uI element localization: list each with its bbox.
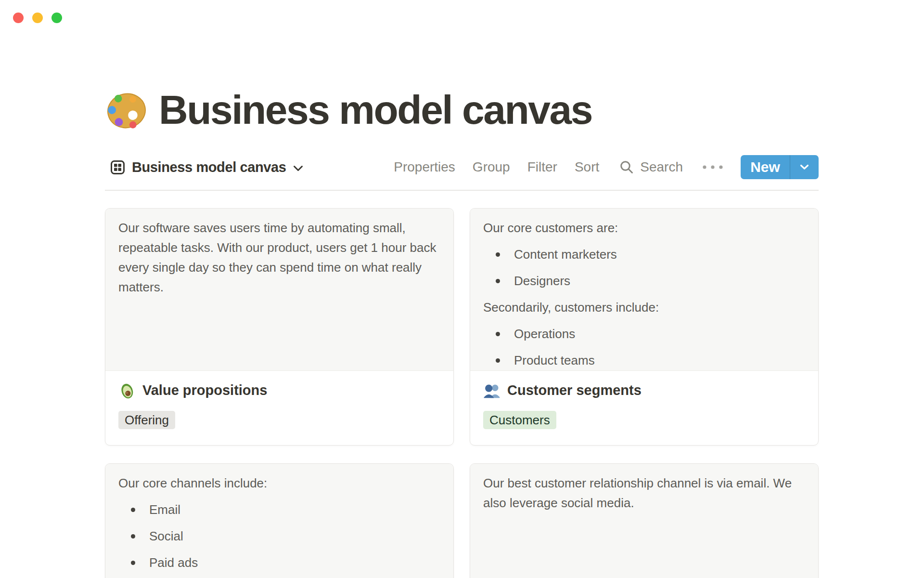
sort-button[interactable]: Sort: [575, 159, 599, 175]
search-icon: [619, 160, 634, 174]
card-preview: Our best customer relationship channel i…: [470, 464, 818, 578]
card-customer-relationships[interactable]: Our best customer relationship channel i…: [470, 463, 819, 578]
new-dropdown-button[interactable]: [790, 155, 819, 179]
preview-paragraph: Our software saves users time by automat…: [118, 218, 440, 297]
card-title-row: Value propositions: [118, 381, 440, 399]
card-title-row: Customer segments: [483, 381, 805, 399]
page-title[interactable]: Business model canvas: [159, 88, 592, 132]
toolbar-actions: Properties Group Filter Sort Search: [394, 155, 819, 179]
preview-paragraph: Our core customers are:: [483, 218, 805, 238]
view-selector[interactable]: Business model canvas: [111, 159, 303, 175]
bullet-list-item: Content marketers: [483, 245, 805, 264]
busts-emoji-icon: [483, 382, 500, 399]
page-header: Business model canvas: [105, 88, 592, 132]
page-content: Business model canvas Business model can…: [105, 0, 819, 578]
card-preview: Our core customers are: Content marketer…: [470, 209, 818, 371]
gallery-grid: Our software saves users time by automat…: [105, 208, 819, 578]
bullet-list-item: Product teams: [483, 351, 805, 370]
tag-customers: Customers: [483, 411, 556, 429]
chevron-down-icon: [293, 163, 303, 171]
gallery-view-icon: [111, 160, 125, 174]
view-name: Business model canvas: [132, 159, 286, 175]
minimize-window-button[interactable]: [32, 13, 43, 23]
card-customer-segments[interactable]: Our core customers are: Content marketer…: [470, 208, 819, 446]
bullet-list-item: Operations: [483, 324, 805, 344]
card-title: Customer segments: [507, 381, 642, 399]
card-preview: Our core channels include: Email Social …: [105, 464, 453, 578]
bullet-list-item: Social: [118, 526, 440, 546]
card-body: Customer segments Customers: [470, 371, 818, 429]
bullet-list-item: Email: [118, 500, 440, 520]
bullet-list-item: Designers: [483, 271, 805, 291]
tag-offering: Offering: [118, 411, 175, 429]
ellipsis-icon: [702, 165, 723, 170]
zoom-window-button[interactable]: [51, 13, 62, 23]
group-button[interactable]: Group: [473, 159, 510, 175]
more-options-button[interactable]: [702, 165, 723, 170]
preview-paragraph: Our core channels include:: [118, 473, 440, 493]
palette-emoji-icon[interactable]: [105, 88, 148, 131]
card-channels[interactable]: Our core channels include: Email Social …: [105, 463, 454, 578]
properties-button[interactable]: Properties: [394, 159, 455, 175]
preview-paragraph: Secondarily, customers include:: [483, 298, 805, 317]
new-button[interactable]: New: [741, 155, 790, 179]
preview-paragraph: Our best customer relationship channel i…: [483, 473, 805, 513]
card-value-propositions[interactable]: Our software saves users time by automat…: [105, 208, 454, 446]
toolbar-divider: [105, 190, 819, 191]
close-window-button[interactable]: [13, 13, 24, 23]
bullet-list-item: Paid ads: [118, 553, 440, 573]
view-toolbar: Business model canvas Properties Group F…: [105, 154, 819, 180]
window-controls: [13, 13, 62, 23]
search-label: Search: [640, 159, 683, 175]
card-preview: Our software saves users time by automat…: [105, 209, 453, 371]
card-body: Value propositions Offering: [105, 371, 453, 429]
avocado-emoji-icon: [118, 382, 136, 399]
card-title: Value propositions: [142, 381, 267, 399]
chevron-down-icon: [800, 164, 809, 170]
filter-button[interactable]: Filter: [527, 159, 557, 175]
new-split-button: New: [741, 155, 819, 179]
search-button[interactable]: Search: [619, 159, 683, 175]
